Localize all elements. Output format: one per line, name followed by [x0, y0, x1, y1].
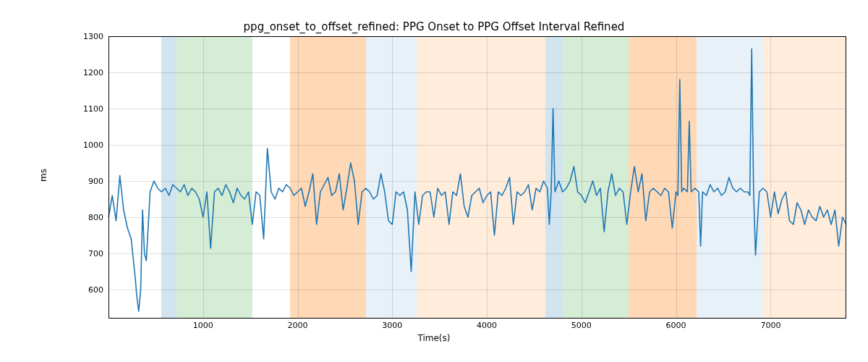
- x-tick-label: 7000: [760, 321, 780, 330]
- y-tick-label: 1000: [75, 140, 103, 150]
- y-tick-label: 900: [75, 177, 103, 186]
- y-tick-label: 700: [75, 249, 103, 258]
- chart-title: ppg_onset_to_offset_refined: PPG Onset t…: [0, 20, 868, 33]
- y-tick-label: 600: [75, 285, 103, 295]
- x-tick-label: 1000: [193, 321, 213, 330]
- y-tick-label: 1200: [75, 68, 103, 77]
- x-tick-label: 2000: [288, 321, 308, 330]
- chart-container: ppg_onset_to_offset_refined: PPG Onset t…: [0, 0, 868, 362]
- y-tick-label: 1300: [75, 32, 103, 41]
- x-tick-label: 3000: [382, 321, 402, 330]
- x-axis-label: Time(s): [0, 333, 868, 343]
- x-tick-label: 5000: [571, 321, 592, 330]
- x-tick-label: 4000: [477, 321, 497, 330]
- y-tick-label: 800: [75, 213, 103, 222]
- y-tick-label: 1100: [75, 104, 103, 114]
- line-series: [109, 49, 846, 312]
- x-tick-label: 6000: [666, 321, 686, 330]
- plot-area: [109, 36, 846, 319]
- line-series-svg: [109, 36, 846, 319]
- y-axis-label: ms: [38, 169, 48, 182]
